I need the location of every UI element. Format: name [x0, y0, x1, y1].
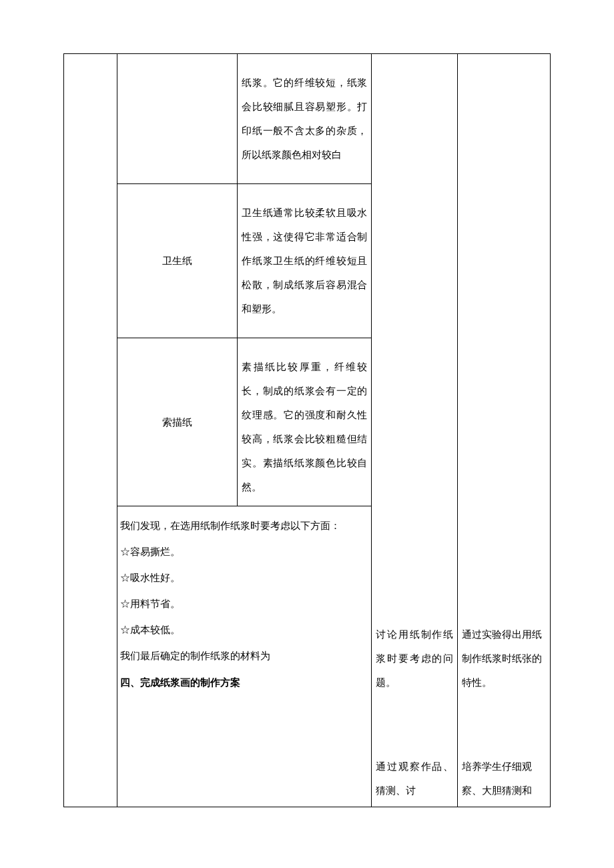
activity-block: 通过观察作品、猜测、讨: [376, 755, 453, 803]
page: 纸浆。它的纤维较短，纸浆会比较细腻且容易塑形。打印纸一般不含太多的杂质，所以纸浆…: [0, 0, 614, 868]
paper-desc: 素描纸比较厚重，纤维较长，制成的纸浆会有一定的纹理感。它的强度和耐久性较高，纸浆…: [238, 338, 371, 506]
paper-desc: 卫生纸通常比较柔软且吸水性强，这使得它非常适合制作纸浆卫生纸的纤维较短且松散，制…: [238, 184, 371, 338]
bullet: ☆用料节省。: [120, 591, 368, 617]
findings-intro: 我们发现，在选用纸制作纸浆时要考虑以下方面：: [120, 513, 368, 539]
bullet: ☆成本较低。: [120, 617, 368, 643]
bullet: ☆容易撕烂。: [120, 539, 368, 565]
paper-desc: 纸浆。它的纤维较短，纸浆会比较细腻且容易塑形。打印纸一般不含太多的杂质，所以纸浆…: [238, 54, 371, 183]
col-middle: 纸浆。它的纤维较短，纸浆会比较细腻且容易塑形。打印纸一般不含太多的杂质，所以纸浆…: [117, 54, 371, 807]
paper-name: 卫生纸: [117, 184, 238, 338]
paper-name: [117, 54, 238, 183]
col-student-activity: 讨论用纸制作纸浆时要考虑的问题。 通过观察作品、猜测、讨: [371, 54, 457, 807]
intent-block: 培养学生仔细观察、大胆猜测和: [462, 755, 546, 803]
inner-table: 纸浆。它的纤维较短，纸浆会比较细腻且容易塑形。打印纸一般不含太多的杂质，所以纸浆…: [117, 54, 371, 506]
section-heading: 四、完成纸浆画的制作方案: [120, 669, 368, 695]
table-row: 卫生纸 卫生纸通常比较柔软且吸水性强，这使得它非常适合制作纸浆卫生纸的纤维较短且…: [117, 184, 371, 338]
intent-block: 通过实验得出用纸制作纸浆时纸张的特性。: [462, 622, 546, 695]
table-row: 索描纸 素描纸比较厚重，纤维较长，制成的纸浆会有一定的纹理感。它的强度和耐久性较…: [117, 338, 371, 506]
main-table: 纸浆。它的纤维较短，纸浆会比较细腻且容易塑形。打印纸一般不含太多的杂质，所以纸浆…: [63, 53, 551, 807]
bullet: ☆吸水性好。: [120, 565, 368, 591]
col-design-intent: 通过实验得出用纸制作纸浆时纸张的特性。 培养学生仔细观察、大胆猜测和: [457, 54, 550, 807]
findings-block: 我们发现，在选用纸制作纸浆时要考虑以下方面： ☆容易撕烂。 ☆吸水性好。 ☆用料…: [117, 506, 371, 698]
paper-name: 索描纸: [117, 338, 238, 506]
table-row: 纸浆。它的纤维较短，纸浆会比较细腻且容易塑形。打印纸一般不含太多的杂质，所以纸浆…: [117, 54, 371, 184]
activity-block: 讨论用纸制作纸浆时要考虑的问题。: [376, 622, 453, 695]
col-left-empty: [64, 54, 117, 807]
final-choice: 我们最后确定的制作纸浆的材料为: [120, 643, 368, 669]
